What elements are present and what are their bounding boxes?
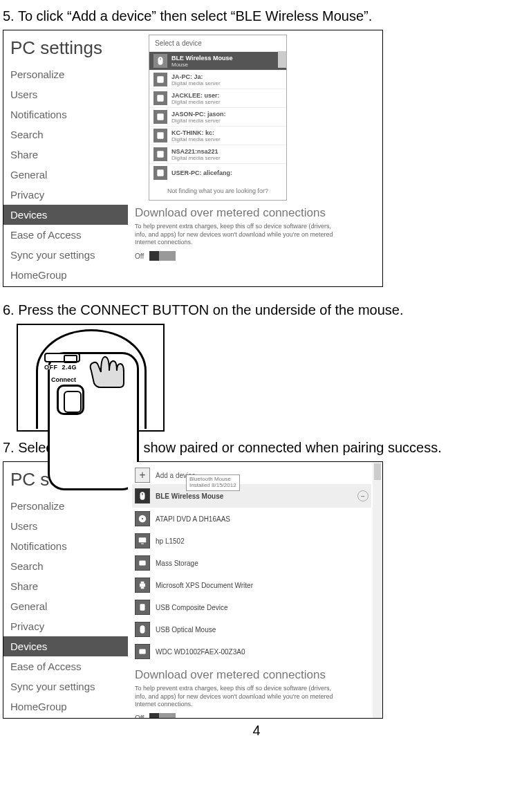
monitor-icon [135,533,150,548]
device-row-ble-mouse[interactable]: BLE Wireless Mouse − [132,484,371,508]
content-step7: + Add a device Bluetooth Mouse Installed… [128,462,382,718]
step-6-text: 6. Press the CONNECT BUTTON on the under… [3,302,510,318]
mouse-icon [135,488,150,504]
connect-button [57,385,84,415]
sidebar-item-search[interactable]: Search [3,124,128,145]
popup-item[interactable]: JACKLEE: user: Digital media server [149,89,286,107]
svg-rect-15 [139,649,145,654]
step-5-text: 5. To click “Add a device” then select “… [3,8,510,24]
server-icon [153,166,167,180]
tooltip-line2: Installed 8/15/2012 [189,483,236,489]
sidebar-item-devices[interactable]: Devices [3,205,128,225]
add-device-tooltip: Bluetooth Mouse Installed 8/15/2012 [186,474,240,491]
add-device-button[interactable]: + Add a device [135,466,369,484]
sidebar-item-users[interactable]: Users [3,84,128,104]
popup-item[interactable]: JA-PC: Ja: Digital media server [149,70,286,89]
svg-rect-12 [141,582,144,584]
toggle-label: Off [135,252,144,260]
popup-scrollbar[interactable] [278,51,286,68]
sidebar-item-windows-update[interactable]: Windows Update [3,717,128,719]
sidebar-item-ease-of-access[interactable]: Ease of Access [3,225,128,245]
sidebar-item-general[interactable]: General [3,596,128,616]
device-name: USB Optical Mouse [156,626,216,634]
sidebar-item-sync-settings[interactable]: Sync your settings [3,245,128,265]
popup-item-sub: Digital media server [171,136,221,142]
device-row[interactable]: USB Composite Device [135,596,369,618]
svg-rect-5 [157,169,163,176]
content-scrollbar[interactable] [373,462,382,718]
sidebar-item-homegroup[interactable]: HomeGroup [3,696,128,717]
metered-toggle[interactable] [149,713,176,719]
switch-labels: OFF 2.4G [44,364,77,371]
metered-toggle-row: Off [135,251,375,261]
server-icon [153,147,167,161]
usb-icon [135,600,150,615]
device-name: Mass Storage [156,560,198,567]
device-row[interactable]: Microsoft XPS Document Writer [135,574,369,596]
mode-switch [44,353,80,362]
sidebar-item-sync-settings[interactable]: Sync your settings [3,676,128,696]
device-row[interactable]: ATAPI DVD A DH16AAS [135,508,369,530]
popup-item[interactable]: JASON-PC: jason: Digital media server [149,107,286,126]
sidebar-item-homegroup[interactable]: HomeGroup [3,265,128,285]
svg-rect-2 [157,113,163,120]
sidebar-item-privacy[interactable]: Privacy [3,185,128,205]
server-icon [153,73,167,86]
disc-icon [135,511,150,526]
metered-toggle[interactable] [149,251,176,261]
sidebar-item-devices[interactable]: Devices [3,636,128,656]
device-row[interactable]: Mass Storage [135,552,369,574]
popup-item-name: JASON-PC: jason: [171,111,226,118]
sidebar-item-notifications[interactable]: Notifications [3,536,128,556]
popup-item[interactable]: USER-PC: alicefang: [149,163,286,182]
sidebar: PC settings Personalize Users Notificati… [3,30,128,286]
popup-item-sub: Digital media server [171,80,221,86]
sidebar-item-notifications[interactable]: Notifications [3,104,128,124]
mouse-icon [135,622,150,637]
popup-item-sub: Digital media server [171,118,226,124]
popup-item-ble-mouse[interactable]: BLE Wireless Mouse Mouse [149,51,286,70]
popup-item-name: KC-THINK: kc: [171,129,221,136]
sidebar-item-share[interactable]: Share [3,145,128,165]
mouse-diagram: OFF 2.4G Connect [17,324,165,432]
popup-footer-link[interactable]: Not finding what you are looking for? [149,182,286,200]
svg-rect-3 [157,132,163,138]
popup-item-name: JA-PC: Ja: [171,73,221,80]
server-icon [153,91,167,105]
svg-rect-4 [157,151,163,157]
sidebar: PC settings Personalize Users Notificati… [3,462,128,718]
plus-icon: + [135,468,150,483]
printer-icon [135,578,150,593]
sidebar-item-general[interactable]: General [3,165,128,185]
sidebar-item-privacy[interactable]: Privacy [3,616,128,636]
sidebar-title: PC settings [3,35,128,64]
device-row[interactable]: WDC WD1002FAEX-00Z3A0 [135,640,369,663]
popup-item[interactable]: KC-THINK: kc: Digital media server [149,126,286,145]
remove-device-icon[interactable]: − [357,490,369,501]
svg-rect-9 [141,544,144,544]
sidebar-item-windows-update[interactable]: Windows Update [3,285,128,287]
sidebar-item-search[interactable]: Search [3,556,128,576]
sidebar-item-personalize[interactable]: Personalize [3,64,128,84]
popup-device-list: BLE Wireless Mouse Mouse JA-PC: Ja: Digi… [149,51,286,182]
device-row[interactable]: USB Optical Mouse [135,618,369,640]
svg-rect-11 [140,584,145,587]
svg-rect-8 [139,537,147,542]
hand-pointer-icon [84,350,133,389]
sidebar-item-personalize[interactable]: Personalize [3,496,128,516]
popup-item[interactable]: NSA221:nsa221 Digital media server [149,145,286,163]
metered-heading: Download over metered connections [135,668,369,682]
server-icon [153,129,167,142]
device-name: WDC WD1002FAEX-00Z3A0 [156,648,245,656]
svg-rect-13 [141,587,144,589]
device-name: Microsoft XPS Document Writer [156,582,253,589]
sidebar-item-share[interactable]: Share [3,576,128,596]
sidebar-item-users[interactable]: Users [3,516,128,536]
pc-settings-panel-step7: PC settings Personalize Users Notificati… [3,461,383,719]
popup-item-sub: Digital media server [171,155,221,161]
sidebar-item-ease-of-access[interactable]: Ease of Access [3,656,128,676]
metered-help-text: To help prevent extra charges, keep this… [135,685,342,709]
mouse-icon [153,54,167,68]
device-row[interactable]: hp L1502 [135,530,369,552]
content-step5: Select a device BLE Wireless Mouse Mouse… [128,30,382,286]
